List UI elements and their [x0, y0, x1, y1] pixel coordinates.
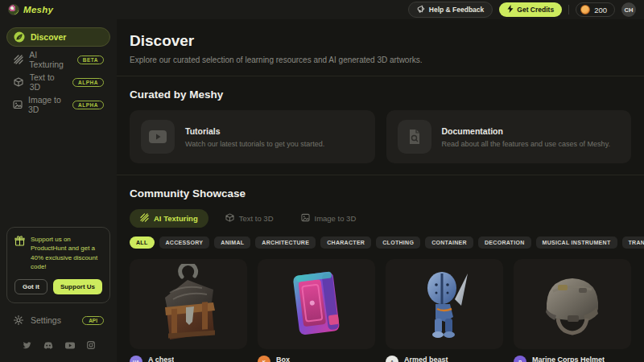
author-avatar[interactable]: P — [514, 356, 526, 362]
card-desc: Watch our latest tutorials to get you st… — [185, 140, 324, 148]
filter-container[interactable]: CONTAINER — [425, 237, 473, 249]
get-credits-label: Get Credits — [517, 6, 554, 14]
sidebar-item-label: Image to 3D — [28, 95, 67, 114]
showcase-item-helmet[interactable]: P Marine Corps Helmet Proton — [514, 259, 631, 362]
alpha-badge: ALPHA — [72, 101, 104, 109]
header-actions: Help & Feedback Get Credits 200 CH — [408, 2, 636, 18]
tab-image-to-3d[interactable]: Image to 3D — [291, 209, 367, 228]
card-desc: Read about all the features and use case… — [442, 140, 610, 148]
showcase-item-chest[interactable]: HA A chest Hannah — [130, 259, 247, 362]
sidebar-item-label: Discover — [31, 32, 66, 42]
sidebar-item-image-to-3d[interactable]: Image to 3D ALPHA — [6, 95, 110, 114]
filter-accessory[interactable]: ACCESSORY — [159, 237, 210, 249]
coin-icon — [580, 5, 590, 14]
help-feedback-label: Help & Feedback — [429, 6, 485, 14]
credit-amount: 200 — [594, 6, 607, 14]
texture-hatch-icon — [13, 54, 23, 65]
showcase-image-box — [258, 259, 375, 349]
user-avatar[interactable]: CH — [621, 2, 636, 17]
meshy-logo-text: Meshy — [23, 5, 53, 14]
image-icon — [13, 99, 23, 110]
sidebar-item-label: Text to 3D — [30, 72, 67, 92]
sidebar-bottom: Support us on ProductHunt and get a 40% … — [0, 220, 117, 362]
settings-label: Settings — [31, 315, 61, 325]
texture-hatch-icon — [140, 213, 149, 224]
filter-architecture[interactable]: ARCHITECTURE — [255, 237, 316, 249]
category-filters: ALL ACCESSORY ANIMAL ARCHITECTURE CHARAC… — [130, 237, 631, 249]
tab-text-to-3d[interactable]: Text to 3D — [215, 209, 284, 228]
page-subtitle: Explore our curated selection of learnin… — [130, 56, 631, 64]
sidebar-item-discover[interactable]: Discover — [6, 27, 110, 47]
social-links — [0, 331, 117, 362]
tab-label: AI Texturing — [154, 214, 198, 223]
lightning-icon — [507, 5, 514, 14]
showcase-image-chest — [130, 259, 247, 349]
filter-musical-instrument[interactable]: MUSICAL INSTRUMENT — [536, 237, 617, 249]
cube-icon — [225, 213, 234, 224]
section-divider — [117, 175, 644, 175]
gift-icon — [14, 235, 25, 272]
filter-animal[interactable]: ANIMAL — [214, 237, 250, 249]
tab-ai-texturing[interactable]: AI Texturing — [130, 209, 208, 228]
get-credits-button[interactable]: Get Credits — [499, 2, 562, 17]
author-avatar[interactable]: A — [386, 356, 398, 362]
showcase-grid: HA A chest Hannah — [130, 259, 631, 362]
meshy-logo[interactable]: Meshy — [8, 4, 53, 15]
support-us-button[interactable]: Support Us — [53, 279, 102, 294]
card-title: Documentation — [442, 126, 610, 136]
filter-all[interactable]: ALL — [130, 237, 155, 249]
sidebar: Discover AI Texturing BETA Text to 3D AL… — [0, 19, 117, 362]
item-title: Armed beast — [404, 356, 448, 362]
curated-cards: Tutorials Watch our latest tutorials to … — [130, 110, 631, 163]
youtube-icon[interactable] — [65, 338, 75, 352]
got-it-button[interactable]: Got it — [14, 279, 47, 294]
header-divider — [568, 5, 569, 14]
document-icon — [398, 120, 431, 154]
section-divider — [117, 76, 644, 76]
promo-text: Support us on ProductHunt and get a 40% … — [31, 235, 102, 272]
item-title: A chest — [148, 356, 174, 362]
author-avatar[interactable]: K — [258, 356, 270, 362]
api-badge: API — [82, 316, 104, 325]
showcase-image-armed-beast — [386, 259, 503, 349]
sidebar-item-settings[interactable]: Settings API — [0, 310, 117, 331]
documentation-card[interactable]: Documentation Read about all the feature… — [386, 110, 632, 163]
cube-icon — [13, 76, 24, 88]
card-title: Tutorials — [185, 126, 324, 136]
sidebar-item-label: AI Texturing — [29, 50, 71, 69]
discord-icon[interactable] — [43, 338, 53, 352]
showcase-image-helmet — [514, 259, 631, 349]
discover-icon — [14, 31, 25, 43]
page-title: Discover — [130, 32, 631, 50]
filter-character[interactable]: CHARACTER — [320, 237, 371, 249]
filter-clothing[interactable]: CLOTHING — [376, 237, 420, 249]
producthunt-promo: Support us on ProductHunt and get a 40% … — [6, 227, 110, 303]
megaphone-icon — [417, 5, 425, 14]
gear-icon — [13, 315, 24, 326]
showcase-heading: Community Showcase — [130, 187, 631, 200]
sidebar-item-ai-texturing[interactable]: AI Texturing BETA — [6, 50, 110, 69]
beta-badge: BETA — [77, 56, 104, 64]
filter-transportation[interactable]: TRANSPORTATION — [622, 237, 644, 249]
tutorials-card[interactable]: Tutorials Watch our latest tutorials to … — [130, 110, 375, 163]
showcase-tabs: AI Texturing Text to 3D Image to 3D — [130, 209, 631, 228]
alpha-badge: ALPHA — [72, 78, 104, 87]
help-feedback-button[interactable]: Help & Feedback — [408, 2, 493, 18]
curated-heading: Curated by Meshy — [130, 88, 631, 101]
twitter-icon[interactable] — [23, 338, 31, 352]
sidebar-item-text-to-3d[interactable]: Text to 3D ALPHA — [6, 72, 110, 92]
play-icon — [141, 120, 175, 154]
showcase-item-box[interactable]: K Box Knight42 — [258, 259, 375, 362]
image-icon — [301, 213, 310, 224]
top-bar: Meshy Help & Feedback Get Credits 200 CH — [0, 0, 644, 19]
filter-decoration[interactable]: DECORATION — [478, 237, 531, 249]
showcase-item-armed-beast[interactable]: A Armed beast AvAR — [386, 259, 503, 362]
meshy-logo-icon — [8, 4, 19, 15]
main-content: Discover Explore our curated selection o… — [117, 19, 644, 362]
credit-balance[interactable]: 200 — [576, 2, 615, 17]
instagram-icon[interactable] — [87, 338, 95, 352]
author-avatar[interactable]: HA — [130, 356, 142, 362]
item-title: Marine Corps Helmet — [532, 356, 605, 362]
tab-label: Text to 3D — [239, 214, 274, 223]
app-root: Meshy Help & Feedback Get Credits 200 CH — [0, 0, 644, 362]
